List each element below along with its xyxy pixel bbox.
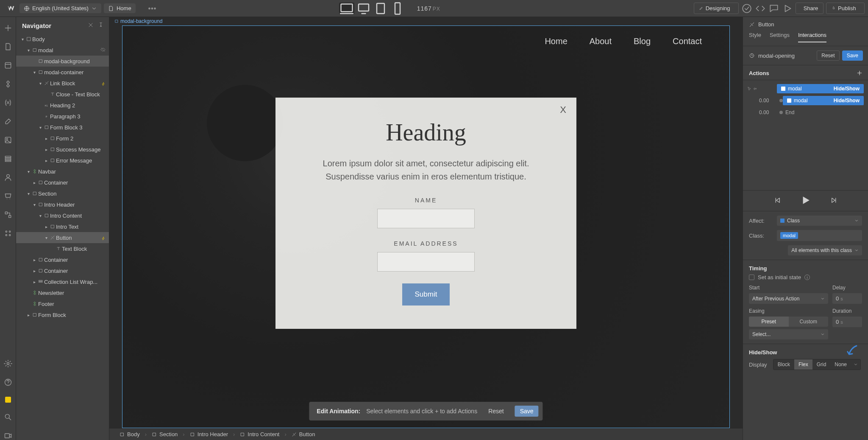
edit-anim-save[interactable]: Save: [515, 406, 539, 417]
tab-interactions[interactable]: Interactions: [798, 32, 826, 42]
close-icon[interactable]: [88, 22, 94, 29]
mobile-icon[interactable]: [390, 3, 405, 14]
tree-row[interactable]: ▾modal-container: [16, 67, 109, 78]
help-icon[interactable]: [4, 378, 12, 387]
breadcrumb-item[interactable]: Body: [115, 429, 144, 440]
class-input[interactable]: modal: [777, 230, 862, 241]
breadcrumb-item[interactable]: Intro Content: [236, 429, 284, 440]
next-frame-icon[interactable]: [830, 196, 838, 205]
start-select[interactable]: After Previous Action: [749, 293, 828, 304]
tree-row[interactable]: Close - Text Block: [16, 89, 109, 100]
affect-select[interactable]: Class: [777, 216, 862, 226]
breadcrumb-item[interactable]: Button: [287, 429, 320, 440]
delay-input[interactable]: 0s: [832, 293, 862, 304]
play-icon[interactable]: [800, 195, 812, 207]
tree-row[interactable]: ▸Container: [16, 177, 109, 188]
tree-row[interactable]: Footer: [16, 298, 109, 309]
breadcrumb-item[interactable]: Intro Header: [186, 429, 232, 440]
components-icon[interactable]: [4, 80, 12, 88]
tree-row[interactable]: ▸Form 2: [16, 133, 109, 144]
desktop-large-icon[interactable]: [339, 3, 354, 14]
assets-icon[interactable]: [4, 136, 12, 144]
prev-frame-icon[interactable]: [773, 196, 781, 205]
anim-save-button[interactable]: Save: [842, 50, 863, 61]
selection-crumb[interactable]: modal-background: [114, 18, 162, 24]
action-chip[interactable]: modal Hide/Show: [777, 84, 864, 93]
tree-row[interactable]: ▾Section: [16, 188, 109, 199]
tree-row[interactable]: ▾modal: [16, 45, 109, 56]
easing-select[interactable]: Select...: [749, 329, 828, 339]
check-icon[interactable]: [741, 3, 752, 14]
add-action-icon[interactable]: [856, 70, 863, 76]
warning-icon[interactable]: [5, 397, 11, 403]
navigator-panel: Navigator ▾Body▾modalmodal-background▾mo…: [16, 17, 109, 440]
breadcrumb-item[interactable]: Section: [147, 429, 182, 440]
tree-row[interactable]: ▾Intro Header: [16, 199, 109, 210]
publish-button[interactable]: Publish: [826, 3, 865, 14]
tree-row[interactable]: ▸Container: [16, 254, 109, 265]
cms-icon[interactable]: [4, 154, 12, 163]
navigator-icon[interactable]: [4, 61, 12, 70]
mode-toggle[interactable]: Designing: [694, 3, 739, 14]
page-selector[interactable]: Home: [104, 3, 136, 13]
tree-row[interactable]: ▾Body: [16, 34, 109, 45]
search-icon[interactable]: [4, 413, 12, 421]
pin-icon[interactable]: [98, 22, 104, 29]
apps-icon[interactable]: [4, 229, 12, 238]
tree-row[interactable]: ▸Success Message: [16, 144, 109, 155]
tree-row[interactable]: PParagraph 3: [16, 111, 109, 122]
edit-anim-reset[interactable]: Reset: [483, 406, 509, 417]
tree-row[interactable]: Text Block: [16, 243, 109, 254]
styles-icon[interactable]: [4, 117, 12, 126]
tab-style[interactable]: Style: [749, 32, 761, 42]
tree-row[interactable]: ▾Navbar: [16, 166, 109, 177]
initial-state-checkbox[interactable]: [749, 275, 754, 280]
locale-selector[interactable]: English (United States): [19, 3, 101, 13]
duration-input[interactable]: 0s: [832, 317, 862, 327]
tree-row[interactable]: Newsletter: [16, 287, 109, 298]
tree-row[interactable]: ▸Container: [16, 265, 109, 276]
anim-reset-button[interactable]: Reset: [817, 50, 839, 61]
tab-settings[interactable]: Settings: [770, 32, 790, 42]
svg-rect-38: [39, 181, 42, 184]
tree-row[interactable]: ▸Intro Text: [16, 221, 109, 232]
class-scope-select[interactable]: All elements with this class: [788, 245, 862, 255]
action-chip[interactable]: modal Hide/Show: [783, 96, 864, 105]
svg-rect-52: [241, 433, 244, 436]
tree-row[interactable]: ▸Form Block: [16, 309, 109, 320]
tree-row[interactable]: modal-background: [16, 56, 109, 67]
tree-row[interactable]: ▾Form Block 3: [16, 122, 109, 133]
display-segment[interactable]: Block Flex Grid None: [773, 359, 861, 370]
webflow-logo-icon[interactable]: [7, 4, 16, 13]
add-icon[interactable]: [4, 24, 12, 32]
comment-icon[interactable]: [768, 3, 779, 14]
settings-icon[interactable]: [4, 359, 12, 368]
info-icon[interactable]: i: [804, 275, 810, 280]
left-toolbar: [0, 17, 16, 440]
more-icon[interactable]: [147, 3, 158, 14]
preview-icon[interactable]: [782, 3, 793, 14]
tree-row[interactable]: ▸Error Message: [16, 155, 109, 166]
users-icon[interactable]: [4, 173, 12, 182]
site-preview[interactable]: Home About Blog Contact X Heading Lorem …: [122, 25, 730, 428]
svg-point-17: [6, 174, 9, 177]
svg-rect-7: [395, 3, 400, 14]
variables-icon[interactable]: [4, 98, 12, 107]
pages-icon[interactable]: [4, 42, 12, 51]
tree-row[interactable]: ▾Button: [16, 232, 109, 243]
code-icon[interactable]: [755, 3, 766, 14]
desktop-icon[interactable]: [356, 3, 371, 14]
tree-row[interactable]: H1Heading 2: [16, 100, 109, 111]
ecommerce-icon[interactable]: [4, 192, 12, 200]
tablet-icon[interactable]: [373, 3, 388, 14]
tree-row[interactable]: ▸Collection List Wrap...: [16, 276, 109, 287]
tree-row[interactable]: ▾Link Block: [16, 78, 109, 89]
submit-button: Submit: [402, 283, 450, 305]
svg-rect-31: [39, 71, 42, 74]
video-icon[interactable]: [4, 432, 12, 440]
logic-icon[interactable]: [4, 210, 12, 219]
tree-row[interactable]: ▾Intro Content: [16, 210, 109, 221]
share-button[interactable]: Share: [796, 3, 824, 14]
easing-segment[interactable]: Preset Custom: [749, 317, 828, 327]
element-tree[interactable]: ▾Body▾modalmodal-background▾modal-contai…: [16, 34, 109, 440]
